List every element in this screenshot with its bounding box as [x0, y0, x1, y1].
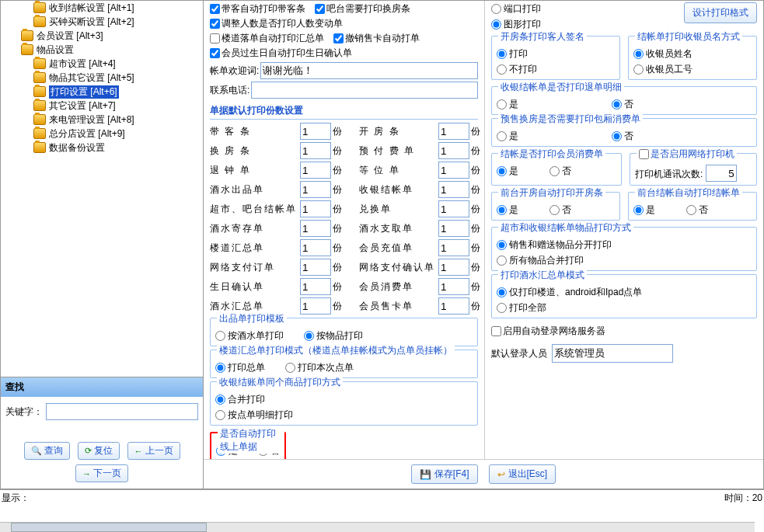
- net-count-input[interactable]: [706, 165, 737, 182]
- prev-page-button[interactable]: ←上一页: [127, 442, 180, 460]
- graphic-print[interactable]: 图形打印: [491, 18, 541, 31]
- rg3a-a[interactable]: 是: [497, 165, 518, 178]
- g3-opt-a[interactable]: 合并打印: [215, 393, 473, 406]
- copies-input[interactable]: [438, 278, 469, 295]
- chk-loudao[interactable]: 楼道落单自动打印汇总单: [210, 32, 324, 45]
- g2-opt-a[interactable]: 打印总单: [215, 361, 265, 374]
- design-format-button[interactable]: 设计打印格式: [684, 2, 757, 23]
- copies-input[interactable]: [438, 239, 469, 256]
- tree-item[interactable]: 超市设置 [Alt+4]: [4, 57, 200, 71]
- rg4-1-b[interactable]: 否: [686, 203, 708, 217]
- rg2-0-b[interactable]: 否: [612, 98, 633, 111]
- arrow-right-icon: →: [82, 469, 91, 478]
- chk-daike[interactable]: 带客自动打印带客条: [210, 2, 305, 16]
- rg4-0-b[interactable]: 否: [549, 203, 571, 217]
- save-button[interactable]: 💾保存[F4]: [411, 464, 478, 484]
- g2-opt-b[interactable]: 打印本次点单: [285, 361, 354, 374]
- rg4-0-a[interactable]: 是: [497, 203, 518, 217]
- tree-label: 买钟买断设置 [Alt+2]: [49, 16, 134, 29]
- tree-item[interactable]: 买钟买断设置 [Alt+2]: [4, 15, 200, 29]
- tree-item[interactable]: 来电管理设置 [Alt+8]: [4, 113, 200, 127]
- copies-input[interactable]: [438, 259, 469, 276]
- next-page-button[interactable]: →下一页: [75, 464, 128, 482]
- tree-item[interactable]: 物品设置: [4, 43, 200, 57]
- copies-input[interactable]: [300, 259, 331, 276]
- rg2-1-title: 预售换房是否需要打印包厢消费单: [498, 113, 643, 126]
- tree-label: 打印设置 [Alt+6]: [49, 85, 119, 99]
- copies-title: 单据默认打印份数设置: [210, 102, 478, 120]
- copies-input[interactable]: [438, 220, 469, 237]
- copies-input[interactable]: [300, 142, 331, 159]
- copies-input[interactable]: [300, 297, 331, 315]
- folder-icon: [33, 72, 46, 83]
- copies-input[interactable]: [300, 181, 331, 198]
- default-user-input[interactable]: [552, 344, 673, 363]
- rg5-a[interactable]: 销售和赠送物品分开打印: [497, 238, 752, 252]
- copies-input[interactable]: [438, 200, 469, 217]
- tree-item[interactable]: 数据备份设置: [4, 141, 200, 155]
- default-user-label: 默认登录人员: [491, 347, 547, 360]
- rg2-1-b[interactable]: 否: [612, 130, 633, 143]
- g1-title: 出品单打印模板: [217, 312, 287, 325]
- rg2-0-a[interactable]: 是: [497, 98, 518, 111]
- copies-input[interactable]: [300, 162, 331, 179]
- rg6-a[interactable]: 仅打印楼道、android和Ipad点单: [497, 286, 752, 299]
- exit-button[interactable]: ↩退出[Esc]: [489, 464, 556, 484]
- copies-input[interactable]: [300, 239, 331, 256]
- keyword-input[interactable]: [46, 403, 198, 420]
- folder-icon: [21, 30, 33, 41]
- rg1-b[interactable]: 收银员工号: [633, 63, 752, 76]
- folder-icon: [33, 128, 46, 139]
- rg2-1-a[interactable]: 是: [497, 130, 518, 143]
- copies-input[interactable]: [438, 297, 469, 315]
- welcome-input[interactable]: [260, 62, 478, 79]
- copies-input[interactable]: [300, 123, 331, 140]
- reset-button[interactable]: ⟳复位: [78, 442, 120, 460]
- chk-renshu[interactable]: 调整人数是否打印人数变动单: [210, 17, 343, 30]
- query-button[interactable]: 🔍查询: [24, 442, 70, 460]
- tree-item[interactable]: 打印设置 [Alt+6]: [4, 85, 200, 99]
- copies-input[interactable]: [438, 123, 469, 140]
- chk-batai[interactable]: 吧台需要打印换房条: [315, 2, 410, 16]
- rg0-a[interactable]: 打印: [497, 47, 615, 61]
- g1-opt-b[interactable]: 按物品打印: [304, 329, 363, 342]
- rg5-b[interactable]: 所有物品合并打印: [497, 254, 752, 267]
- copies-input[interactable]: [438, 142, 469, 159]
- tree-item[interactable]: 收到结帐设置 [Alt+1]: [4, 1, 200, 15]
- copies-input[interactable]: [438, 181, 469, 198]
- rg3a-b[interactable]: 否: [549, 165, 571, 178]
- rg1-a[interactable]: 收银员姓名: [633, 47, 752, 61]
- copies-input[interactable]: [300, 278, 331, 295]
- tree-item[interactable]: 其它设置 [Alt+7]: [4, 99, 200, 113]
- h-scrollbar[interactable]: [0, 522, 755, 532]
- tree-label: 物品设置: [37, 43, 74, 57]
- auto-login-chk[interactable]: 启用自动登录网络服务器: [491, 325, 605, 338]
- rg4-1-a[interactable]: 是: [633, 203, 655, 217]
- copies-input[interactable]: [300, 220, 331, 237]
- copies-input[interactable]: [300, 200, 331, 217]
- rg6-b[interactable]: 打印全部: [497, 301, 752, 315]
- rg4-0-title: 前台开房自动打印开房条: [498, 186, 605, 200]
- tel-input[interactable]: [251, 82, 478, 99]
- port-print[interactable]: 端口打印: [491, 2, 541, 16]
- chk-birthday[interactable]: 会员过生日自动打印生日确认单: [210, 47, 352, 60]
- rg1-title: 结帐单打印收银员名方式: [635, 30, 742, 43]
- rg0-b[interactable]: 不打印: [497, 63, 615, 76]
- chk-chexiao[interactable]: 撤销售卡自动打单: [333, 32, 420, 45]
- refresh-icon: ⟳: [85, 446, 92, 456]
- tree-label: 超市设置 [Alt+4]: [49, 57, 116, 71]
- copies-input[interactable]: [438, 162, 469, 179]
- find-header: 查找: [1, 377, 203, 397]
- tree-item[interactable]: 总分店设置 [Alt+9]: [4, 127, 200, 141]
- net-printer-chk[interactable]: 是否启用网络打印机: [639, 148, 734, 161]
- rg0-title: 开房条打印客人签名: [498, 30, 587, 43]
- folder-icon: [33, 100, 46, 111]
- tree-label: 会员设置 [Alt+3]: [37, 30, 103, 43]
- folder-icon: [33, 114, 46, 125]
- search-icon: 🔍: [31, 446, 42, 456]
- g1-opt-a[interactable]: 按酒水单打印: [215, 329, 284, 342]
- rg3a-title: 结帐是否打印会员消费单: [498, 148, 605, 161]
- tree-item[interactable]: 物品其它设置 [Alt+5]: [4, 71, 200, 85]
- tree-item[interactable]: 会员设置 [Alt+3]: [4, 29, 200, 43]
- g3-opt-b[interactable]: 按点单明细打印: [215, 409, 473, 422]
